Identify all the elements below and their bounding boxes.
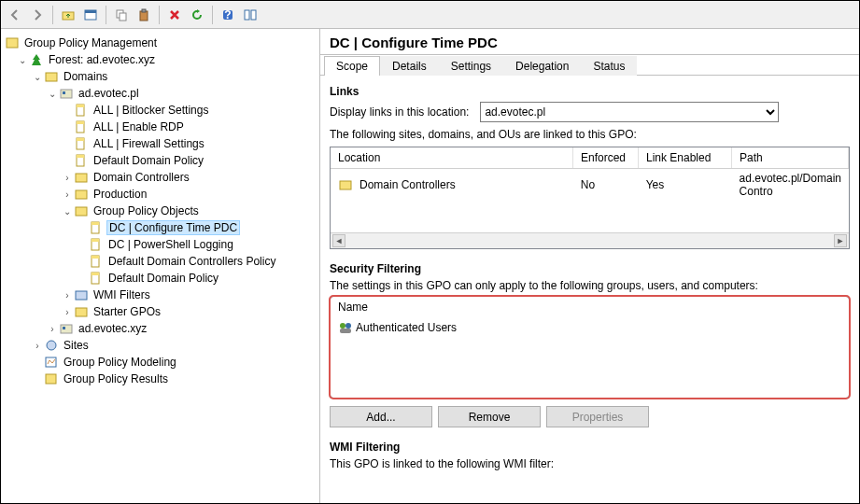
tree-panel[interactable]: Group Policy Management ⌄Forest: ad.evot… [1, 29, 320, 503]
tab-status[interactable]: Status [581, 56, 637, 76]
arrow-left-icon[interactable] [5, 5, 25, 25]
scroll-left-icon[interactable]: ◄ [332, 234, 345, 247]
svg-rect-16 [77, 105, 84, 107]
help-icon[interactable]: ? [218, 5, 238, 25]
svg-rect-44 [340, 329, 351, 333]
tree-item[interactable]: ALL | Enable RDP [3, 119, 317, 135]
ou-icon [338, 177, 353, 192]
svg-rect-23 [76, 174, 87, 182]
svg-point-38 [47, 341, 56, 350]
svg-rect-35 [76, 308, 87, 316]
tree-gpo-item[interactable]: DC | PowerShell Logging [3, 236, 317, 253]
arrow-right-icon[interactable] [27, 5, 48, 25]
security-row[interactable]: Authenticated Users [331, 318, 849, 337]
tree-forest[interactable]: ⌄Forest: ad.evotec.xyz [3, 51, 317, 68]
tab-settings[interactable]: Settings [439, 56, 503, 76]
group-icon [338, 320, 353, 335]
svg-rect-29 [92, 239, 99, 242]
svg-rect-14 [63, 91, 65, 94]
tree-domain2[interactable]: ›ad.evotec.xyz [3, 320, 317, 337]
tree-sites[interactable]: ›Sites [3, 337, 317, 354]
col-link-enabled[interactable]: Link Enabled [639, 147, 732, 168]
tree-modeling[interactable]: Group Policy Modeling [3, 354, 317, 371]
app-window: ? Group Policy Management ⌄Forest: ad.ev… [0, 0, 860, 504]
details-pane: DC | Configure Time PDC Scope Details Se… [320, 29, 859, 503]
tile-icon[interactable] [240, 5, 261, 25]
svg-rect-9 [245, 10, 249, 20]
col-enforced[interactable]: Enforced [573, 147, 639, 168]
col-path[interactable]: Path [732, 147, 849, 168]
svg-rect-34 [76, 291, 87, 300]
svg-rect-27 [92, 222, 99, 225]
folder-up-icon[interactable] [58, 5, 78, 25]
scroll-right-icon[interactable]: ► [834, 234, 847, 247]
links-display-label: Display links in this location: [330, 105, 469, 119]
delete-icon[interactable] [164, 5, 185, 25]
links-title: Links [330, 85, 850, 98]
tree-starter[interactable]: ›Starter GPOs [3, 303, 317, 320]
svg-rect-25 [76, 207, 87, 216]
links-location-combo[interactable]: ad.evotec.pl [480, 102, 779, 122]
security-col-name[interactable]: Name [331, 297, 849, 318]
svg-rect-18 [77, 121, 84, 124]
svg-rect-12 [46, 73, 57, 81]
svg-text:?: ? [224, 8, 231, 21]
tree-root[interactable]: Group Policy Management [3, 35, 317, 51]
svg-rect-22 [77, 155, 84, 158]
tree-item[interactable]: Default Domain Policy [3, 152, 317, 169]
window-icon[interactable] [80, 5, 101, 25]
svg-rect-24 [76, 190, 87, 199]
tree-gpo-item[interactable]: Default Domain Policy [3, 270, 317, 287]
copy-icon[interactable] [111, 5, 132, 25]
svg-rect-20 [77, 138, 84, 141]
tree-gpo-folder[interactable]: ⌄Group Policy Objects [3, 203, 317, 219]
tree-domain[interactable]: ⌄ad.evotec.pl [3, 85, 317, 102]
links-grid[interactable]: Location Enforced Link Enabled Path Doma… [330, 147, 850, 249]
tab-bar: Scope Details Settings Delegation Status [320, 55, 859, 76]
links-caption: The following sites, domains, and OUs ar… [330, 128, 850, 141]
svg-rect-10 [251, 10, 256, 20]
svg-rect-41 [340, 181, 351, 189]
pane-header: DC | Configure Time PDC [320, 29, 859, 55]
tab-details[interactable]: Details [380, 56, 439, 76]
add-button[interactable]: Add... [330, 406, 432, 427]
tree-gpo-item[interactable]: Default Domain Controllers Policy [3, 253, 317, 270]
col-location[interactable]: Location [331, 147, 573, 168]
tree-results[interactable]: Group Policy Results [3, 371, 317, 387]
svg-rect-36 [61, 325, 72, 333]
svg-rect-40 [46, 374, 56, 384]
svg-rect-37 [63, 327, 65, 329]
svg-rect-4 [120, 13, 126, 21]
svg-rect-33 [92, 273, 99, 275]
tree-wmi[interactable]: ›WMI Filters [3, 287, 317, 303]
svg-rect-11 [7, 38, 18, 48]
tab-scope[interactable]: Scope [324, 56, 380, 76]
svg-rect-31 [92, 256, 99, 259]
paste-icon[interactable] [134, 5, 154, 25]
svg-rect-13 [61, 90, 72, 98]
toolbar: ? [1, 1, 859, 29]
security-buttons: Add... Remove Properties [330, 406, 850, 427]
tab-delegation[interactable]: Delegation [503, 56, 581, 76]
security-caption: The settings in this GPO can only apply … [330, 279, 850, 292]
wmi-caption: This GPO is linked to the following WMI … [330, 457, 850, 470]
tree-item[interactable]: ALL | Firewall Settings [3, 135, 317, 152]
tree-ou[interactable]: ›Production [3, 186, 317, 203]
tree-ou[interactable]: ›Domain Controllers [3, 169, 317, 186]
svg-rect-6 [142, 9, 146, 12]
tree-gpo-item-selected[interactable]: DC | Configure Time PDC [3, 219, 317, 236]
horizontal-scrollbar[interactable]: ◄► [331, 232, 849, 248]
svg-point-42 [340, 323, 345, 329]
tree-domains[interactable]: ⌄Domains [3, 68, 317, 85]
security-title: Security Filtering [330, 262, 850, 275]
security-list[interactable]: Name Authenticated Users [330, 296, 850, 399]
links-row[interactable]: Domain Controllers No Yes ad.evotec.pl/D… [331, 169, 849, 201]
tree-item[interactable]: ALL | Bitlocker Settings [3, 102, 317, 119]
wmi-title: WMI Filtering [330, 441, 850, 454]
svg-point-43 [345, 323, 351, 329]
properties-button[interactable]: Properties [546, 406, 649, 427]
refresh-icon[interactable] [187, 5, 207, 25]
svg-rect-2 [85, 10, 96, 13]
remove-button[interactable]: Remove [438, 406, 541, 427]
